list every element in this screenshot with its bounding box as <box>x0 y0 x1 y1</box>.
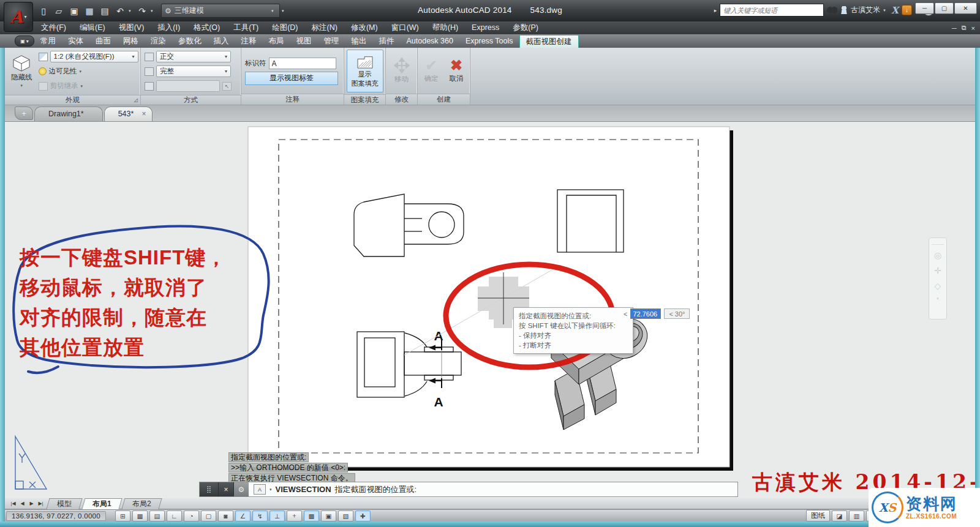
prev-layout-icon[interactable]: ◀ <box>18 501 27 506</box>
save-as-button[interactable]: ▦ <box>83 4 96 18</box>
chevron-down-icon[interactable]: ▾ <box>937 296 939 301</box>
ortho-mode-toggle[interactable]: ∟ <box>167 510 182 521</box>
ribbon-tab[interactable]: 常用 <box>34 35 62 48</box>
save-button[interactable]: ▣ <box>67 4 81 18</box>
command-bar-close-button[interactable]: × <box>218 482 233 496</box>
signed-in-user[interactable]: 古滇艾米 <box>851 5 880 15</box>
infer-constraints-toggle[interactable]: ⊞ <box>115 510 130 521</box>
lineweight-toggle[interactable]: ▩ <box>304 510 319 521</box>
dual-display-icon[interactable]: ▥ <box>849 510 864 521</box>
new-button[interactable]: ▯ <box>37 4 50 18</box>
menu-item[interactable]: 视图(V) <box>112 21 151 34</box>
object-snap-toggle[interactable]: ▢ <box>201 510 216 521</box>
ribbon-tab[interactable]: 插入 <box>208 35 235 48</box>
ribbon-tab[interactable]: 网格 <box>117 35 145 48</box>
selection-cycling-toggle[interactable]: ✚ <box>355 510 371 521</box>
redo-dropdown-icon[interactable]: ▾ <box>151 9 156 13</box>
show-view-label-button[interactable]: 显示视图标签 <box>245 72 338 85</box>
qat-customize-icon[interactable]: ▾ <box>282 9 287 13</box>
steering-wheel-icon[interactable]: ◎ <box>934 250 941 260</box>
doc-close-button[interactable]: × <box>971 24 975 32</box>
cancel-button[interactable]: ✖ 取消 <box>447 50 466 91</box>
ribbon-tab[interactable]: 曲面 <box>89 35 117 48</box>
hidden-lines-button[interactable]: 隐藏线 ▾ <box>9 50 35 92</box>
quick-properties-toggle[interactable]: ▧ <box>338 510 353 521</box>
identifier-input[interactable] <box>269 58 336 69</box>
menu-item[interactable]: Express <box>465 21 506 34</box>
menu-item[interactable]: 插入(I) <box>151 21 187 34</box>
workspace-switcher[interactable]: ⚙ 三维建模 ▾ <box>161 4 280 18</box>
tab-close-icon[interactable]: × <box>141 107 146 121</box>
navigation-bar[interactable]: ◎ ✛ ◇ ▾ <box>929 237 947 320</box>
menu-item[interactable]: 绘图(D) <box>265 21 304 34</box>
minimize-button[interactable]: ─ <box>915 2 934 14</box>
menu-item[interactable]: 编辑(E) <box>73 21 112 34</box>
osnap-angle-toggle[interactable]: ∠ <box>235 510 251 521</box>
exchange-icon[interactable]: X <box>891 5 899 16</box>
new-drawing-tab-button[interactable]: + <box>15 107 33 120</box>
scale-dropdown[interactable]: 1:2 (来自父视图(F))▾ <box>50 51 138 62</box>
edge-visibility-button[interactable]: 边可见性 ▾ <box>39 65 138 78</box>
snap-mode-toggle[interactable]: ▦ <box>132 510 148 521</box>
doc-minimize-button[interactable]: ─ <box>952 24 957 32</box>
file-tab[interactable]: 543*× <box>104 107 153 121</box>
layout-tab[interactable]: 模型 <box>46 498 82 509</box>
close-button[interactable]: ✕ <box>954 2 977 14</box>
ribbon-tab[interactable]: 截面视图创建 <box>519 35 579 48</box>
command-bar-grip[interactable]: ⣿ <box>200 482 218 496</box>
ribbon-tab[interactable]: 实体 <box>62 35 89 48</box>
menu-item[interactable]: 工具(T) <box>227 21 265 34</box>
show-hatch-button[interactable]: 显示 图案填充 <box>347 50 383 92</box>
exchange-apps-icon[interactable]: ↓ <box>902 5 912 15</box>
layout-tab[interactable]: 布局1 <box>81 498 122 509</box>
ribbon-tab[interactable]: 视图 <box>290 35 318 48</box>
undo-button[interactable]: ↶ <box>113 4 127 18</box>
ribbon-minimize-button[interactable]: ▣▾ <box>15 36 34 47</box>
first-layout-icon[interactable]: |◀ <box>9 501 18 506</box>
panel-launcher-icon[interactable]: ◿ <box>134 97 138 103</box>
redo-button[interactable]: ↷ <box>135 4 149 18</box>
plot-button[interactable]: ▤ <box>98 4 111 18</box>
next-layout-icon[interactable]: ▶ <box>27 501 36 506</box>
polar-tracking-toggle[interactable]: ◔ <box>184 510 199 521</box>
command-input[interactable]: A ▾ VIEWSECTION 指定截面视图的位置或: <box>249 482 737 496</box>
ribbon-tab[interactable]: 注释 <box>235 35 263 48</box>
ribbon-tab[interactable]: 布局 <box>263 35 290 48</box>
ribbon-tab[interactable]: Autodesk 360 <box>401 35 459 48</box>
menu-item[interactable]: 标注(N) <box>305 21 344 34</box>
menu-item[interactable]: 参数(P) <box>506 21 545 34</box>
doc-restore-button[interactable]: ⧉ <box>962 24 967 32</box>
user-dropdown-icon[interactable]: ▾ <box>883 8 888 13</box>
ribbon-tab[interactable]: 参数化 <box>172 35 208 48</box>
zoom-icon[interactable]: ◇ <box>935 281 941 291</box>
restore-button[interactable]: ▢ <box>935 2 954 14</box>
viewport-icon[interactable]: ◪ <box>832 510 847 521</box>
dynamic-ucs-toggle[interactable]: ⊥ <box>270 510 285 521</box>
dynamic-input-distance[interactable]: 72.7606 <box>630 308 661 319</box>
ribbon-tab[interactable]: 输出 <box>345 35 373 48</box>
dynamic-input-toggle[interactable]: ＋ <box>287 510 302 521</box>
infocenter-collapse-icon[interactable]: ▸ <box>714 7 717 13</box>
navbar-handle[interactable] <box>932 241 944 245</box>
pan-icon[interactable]: ✛ <box>934 266 941 275</box>
undo-dropdown-icon[interactable]: ▾ <box>129 9 134 13</box>
menu-item[interactable]: 修改(M) <box>344 21 385 34</box>
recent-commands-icon[interactable]: A <box>254 484 266 495</box>
3d-object-snap-toggle[interactable]: ◙ <box>218 510 233 521</box>
panel-title-appearance[interactable]: 外观◿ <box>5 95 140 105</box>
depth-dropdown[interactable]: 完整▾ <box>156 65 231 77</box>
dynamic-input-angle[interactable]: < 30° <box>664 308 690 319</box>
ribbon-tab[interactable]: 管理 <box>318 35 345 48</box>
last-layout-icon[interactable]: ▶| <box>36 501 45 506</box>
osnap-tracking-toggle[interactable]: ↯ <box>252 510 268 521</box>
menu-item[interactable]: 窗口(W) <box>385 21 426 34</box>
menu-item[interactable]: 格式(O) <box>187 21 227 34</box>
ribbon-tab[interactable]: Express Tools <box>459 35 519 48</box>
grid-display-toggle[interactable]: ▤ <box>149 510 165 521</box>
ribbon-tab[interactable]: 插件 <box>373 35 401 48</box>
projection-dropdown[interactable]: 正交▾ <box>156 51 231 62</box>
search-input[interactable] <box>720 4 824 17</box>
menu-item[interactable]: 文件(F) <box>34 21 73 34</box>
search-icon[interactable] <box>827 7 837 13</box>
ribbon-tab[interactable]: 渲染 <box>145 35 172 48</box>
